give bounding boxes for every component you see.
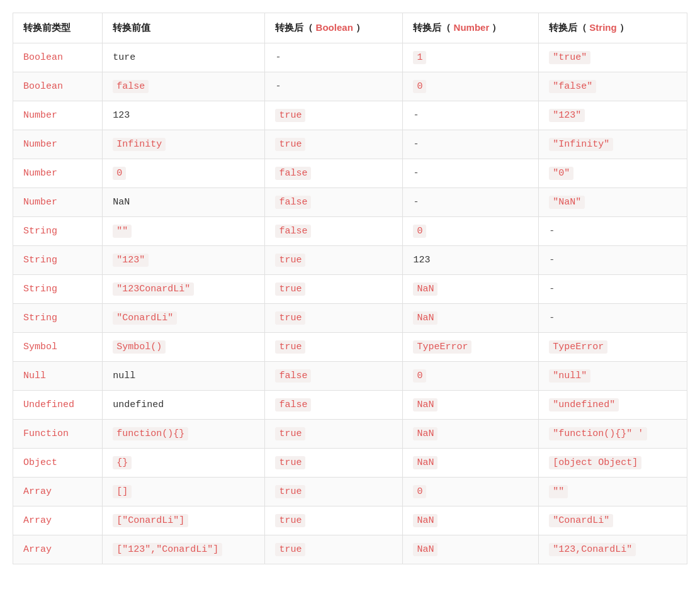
cell-type: String: [13, 246, 103, 275]
cell-string: -: [539, 304, 687, 333]
cell-val: ["ConardLi"]: [103, 506, 265, 535]
cell-type: Number: [13, 101, 103, 130]
table-row: NumberInfinitytrue-"Infinity": [13, 130, 687, 159]
cell-string: TypeError: [539, 333, 687, 362]
cell-string: "0": [539, 159, 687, 188]
table-row: Functionfunction(){}trueNaN"function(){}…: [13, 420, 687, 449]
cell-val: "": [103, 217, 265, 246]
cell-type: Function: [13, 420, 103, 449]
cell-val: 0: [103, 159, 265, 188]
cell-type: Boolean: [13, 43, 103, 72]
cell-string: "undefined": [539, 391, 687, 420]
cell-type: Symbol: [13, 333, 103, 362]
cell-string: "ConardLi": [539, 506, 687, 535]
table-row: Array["ConardLi"]trueNaN"ConardLi": [13, 506, 687, 535]
cell-number: 1: [403, 43, 539, 72]
cell-boolean: false: [265, 188, 403, 217]
cell-type: Array: [13, 478, 103, 506]
cell-string: "function(){}" ': [539, 420, 687, 449]
col-header-number: 转换后（ Number ）: [403, 13, 539, 43]
cell-type: Number: [13, 159, 103, 188]
table-row: UndefinedundefinedfalseNaN"undefined": [13, 391, 687, 420]
cell-boolean: true: [265, 246, 403, 275]
cell-boolean: false: [265, 217, 403, 246]
cell-val: ["123","ConardLi"]: [103, 535, 265, 564]
cell-type: Object: [13, 449, 103, 478]
cell-string: -: [539, 217, 687, 246]
cell-number: -: [403, 101, 539, 130]
table-row: String"ConardLi"trueNaN-: [13, 304, 687, 333]
cell-string: "Infinity": [539, 130, 687, 159]
cell-string: "false": [539, 72, 687, 101]
table-row: Booleanture-1"true": [13, 43, 687, 72]
cell-type: Number: [13, 130, 103, 159]
table-row: Array[]true0"": [13, 478, 687, 506]
cell-type: Null: [13, 362, 103, 391]
cell-boolean: false: [265, 391, 403, 420]
cell-val: undefined: [103, 391, 265, 420]
cell-val: false: [103, 72, 265, 101]
cell-type: String: [13, 275, 103, 304]
cell-number: NaN: [403, 275, 539, 304]
cell-number: 0: [403, 478, 539, 506]
cell-val: "123ConardLi": [103, 275, 265, 304]
cell-val: {}: [103, 449, 265, 478]
table-body: Booleanture-1"true"Booleanfalse-0"false"…: [13, 43, 687, 564]
table-row: NumberNaNfalse-"NaN": [13, 188, 687, 217]
table-row: String"123"true123-: [13, 246, 687, 275]
cell-boolean: true: [265, 275, 403, 304]
cell-string: "": [539, 478, 687, 506]
cell-number: -: [403, 188, 539, 217]
cell-string: "123": [539, 101, 687, 130]
cell-string: "123,ConardLi": [539, 535, 687, 564]
cell-boolean: true: [265, 535, 403, 564]
cell-number: 0: [403, 72, 539, 101]
cell-val: null: [103, 362, 265, 391]
cell-boolean: false: [265, 362, 403, 391]
cell-val: []: [103, 478, 265, 506]
cell-type: Array: [13, 506, 103, 535]
col-header-boolean: 转换后（ Boolean ）: [265, 13, 403, 43]
cell-boolean: false: [265, 159, 403, 188]
cell-boolean: true: [265, 506, 403, 535]
cell-number: NaN: [403, 391, 539, 420]
cell-val: function(){}: [103, 420, 265, 449]
cell-number: NaN: [403, 304, 539, 333]
table-header-row: 转换前类型 转换前值 转换后（ Boolean ） 转换后（ Number ） …: [13, 13, 687, 43]
table-row: Booleanfalse-0"false": [13, 72, 687, 101]
cell-number: 0: [403, 217, 539, 246]
cell-val: ture: [103, 43, 265, 72]
cell-string: [object Object]: [539, 449, 687, 478]
cell-string: -: [539, 246, 687, 275]
table-row: SymbolSymbol()trueTypeErrorTypeError: [13, 333, 687, 362]
cell-number: NaN: [403, 535, 539, 564]
table-row: Number0false-"0": [13, 159, 687, 188]
cell-type: String: [13, 217, 103, 246]
cell-val: 123: [103, 101, 265, 130]
cell-boolean: -: [265, 43, 403, 72]
cell-number: 123: [403, 246, 539, 275]
table-row: Nullnullfalse0"null": [13, 362, 687, 391]
cell-val: "123": [103, 246, 265, 275]
cell-number: 0: [403, 362, 539, 391]
col-header-val-before: 转换前值: [103, 13, 265, 43]
cell-boolean: true: [265, 333, 403, 362]
table-row: Array["123","ConardLi"]trueNaN"123,Conar…: [13, 535, 687, 564]
cell-type: Number: [13, 188, 103, 217]
col-header-string: 转换后（ String ）: [539, 13, 687, 43]
cell-number: -: [403, 130, 539, 159]
col-header-type-before: 转换前类型: [13, 13, 103, 43]
table-row: Object{}trueNaN[object Object]: [13, 449, 687, 478]
cell-type: String: [13, 304, 103, 333]
cell-number: -: [403, 159, 539, 188]
cell-number: TypeError: [403, 333, 539, 362]
cell-number: NaN: [403, 420, 539, 449]
cell-string: "true": [539, 43, 687, 72]
table-row: String""false0-: [13, 217, 687, 246]
cell-string: "NaN": [539, 188, 687, 217]
cell-boolean: -: [265, 72, 403, 101]
cell-type: Array: [13, 535, 103, 564]
cell-type: Boolean: [13, 72, 103, 101]
table-row: String"123ConardLi"trueNaN-: [13, 275, 687, 304]
cell-boolean: true: [265, 449, 403, 478]
